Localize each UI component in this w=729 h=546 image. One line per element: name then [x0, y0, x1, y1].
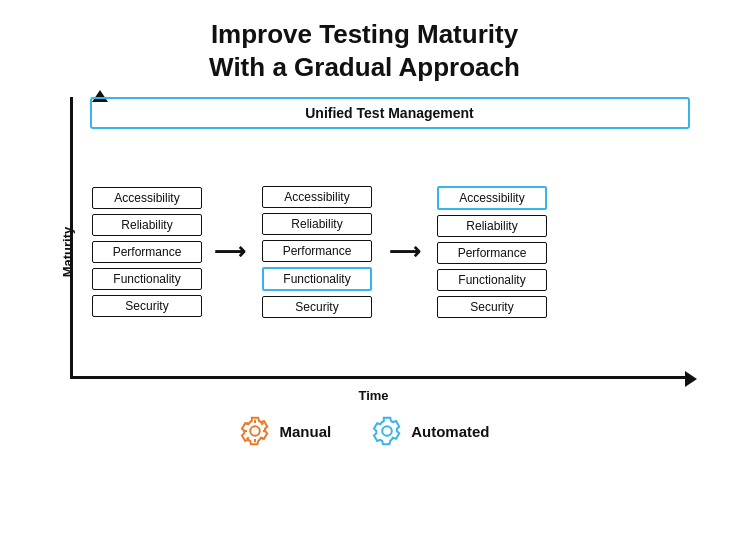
manual-gear-icon — [239, 415, 271, 447]
title-section: Improve Testing Maturity With a Gradual … — [209, 18, 520, 83]
column-1: Accessibility Reliability Performance Fu… — [90, 187, 205, 317]
x-axis-arrow — [685, 371, 697, 387]
col1-accessibility: Accessibility — [92, 187, 202, 209]
chart-area: Maturity Time Unified Test Management Ac… — [40, 97, 690, 407]
col1-performance: Performance — [92, 241, 202, 263]
col3-reliability: Reliability — [437, 215, 547, 237]
arrow-2: ⟶ — [380, 239, 430, 265]
legend: Manual Automated — [239, 415, 489, 447]
utm-label: Unified Test Management — [305, 105, 474, 121]
automated-gear-icon — [371, 415, 403, 447]
y-axis-label: Maturity — [59, 227, 74, 278]
columns-container: Accessibility Reliability Performance Fu… — [90, 137, 690, 367]
column-3: Accessibility Reliability Performance Fu… — [430, 186, 555, 318]
title-line1: Improve Testing Maturity — [211, 19, 518, 49]
arrow-1: ⟶ — [205, 239, 255, 265]
col1-security: Security — [92, 295, 202, 317]
column-2: Accessibility Reliability Performance Fu… — [255, 186, 380, 318]
arrow-right-icon-1: ⟶ — [214, 239, 246, 265]
col3-performance: Performance — [437, 242, 547, 264]
x-axis-label: Time — [358, 388, 388, 403]
col2-accessibility: Accessibility — [262, 186, 372, 208]
svg-point-1 — [382, 426, 392, 436]
col3-accessibility: Accessibility — [437, 186, 547, 210]
col3-functionality: Functionality — [437, 269, 547, 291]
col3-security: Security — [437, 296, 547, 318]
legend-manual: Manual — [239, 415, 331, 447]
chart-content: Unified Test Management Accessibility Re… — [90, 97, 690, 367]
manual-label: Manual — [279, 423, 331, 440]
automated-label: Automated — [411, 423, 489, 440]
title-line2: With a Gradual Approach — [209, 52, 520, 82]
svg-point-0 — [251, 426, 261, 436]
col2-security: Security — [262, 296, 372, 318]
utm-banner: Unified Test Management — [90, 97, 690, 129]
col2-functionality: Functionality — [262, 267, 372, 291]
col1-functionality: Functionality — [92, 268, 202, 290]
col2-performance: Performance — [262, 240, 372, 262]
x-axis — [73, 376, 690, 379]
legend-automated: Automated — [371, 415, 489, 447]
arrow-right-icon-2: ⟶ — [389, 239, 421, 265]
col2-reliability: Reliability — [262, 213, 372, 235]
col1-reliability: Reliability — [92, 214, 202, 236]
